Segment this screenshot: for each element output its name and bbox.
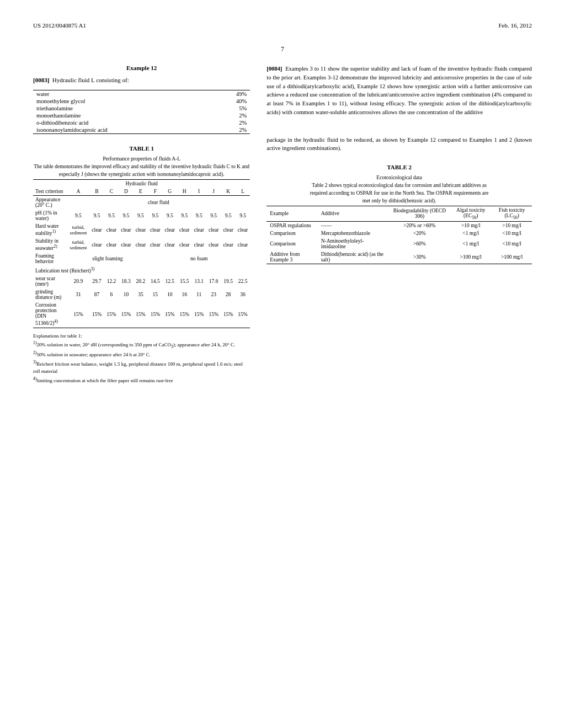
cell: 15%: [148, 301, 162, 328]
cell: clear: [206, 237, 221, 252]
col-fish: Fish toxicity (LC50): [492, 206, 532, 222]
cell: clear: [134, 222, 148, 237]
fish-cell: >10 mg/l: [492, 221, 532, 229]
additive-cell: Mercaptobenzothiazole: [318, 229, 390, 237]
cell: 35: [134, 288, 148, 301]
table1: Hydraulic fluid Test criterion A B C D E…: [33, 179, 250, 328]
table-row: OSPAR regulations —— >20% or >60% >10 mg…: [266, 221, 532, 229]
col-i: I: [191, 188, 206, 196]
cell: clear: [119, 237, 133, 252]
cell: 9.5: [148, 209, 162, 222]
cell: clear: [148, 222, 162, 237]
additive-cell: N-Aminoethyloleyl-imidazoline: [318, 237, 390, 250]
cell: 10: [119, 288, 133, 301]
cell: clear: [89, 237, 104, 252]
cell: 15%: [236, 301, 250, 328]
example-title: Example 12: [33, 65, 250, 71]
chemical-amount: 2%: [211, 119, 250, 126]
cell: 20.9: [67, 275, 90, 288]
cell: 13.1: [191, 275, 206, 288]
table1-title: TABLE 1: [33, 145, 250, 152]
table2-caption3: required according to OSPAR for use in t…: [266, 190, 532, 196]
cell: clear: [104, 222, 119, 237]
formula-row: isononanoylamidocaproic acid2%: [33, 126, 250, 134]
cell: 9.5: [89, 209, 104, 222]
table2-header-row: Example Additive Biodegradability (OECD …: [266, 206, 532, 222]
additive-cell: Dithiodi(benzoic acid) (as the salt): [318, 250, 390, 264]
cell: clear: [236, 222, 250, 237]
chemical-amount: 2%: [211, 126, 250, 134]
footnote-header: Explanations for table 1:: [33, 333, 250, 340]
cell: 15: [148, 288, 162, 301]
right-paragraph-text: Examples 3 to 11 show the superior stabi…: [266, 66, 532, 115]
cell: 10: [163, 288, 177, 301]
cell: 15%: [221, 301, 235, 328]
criterion-corrosion: Corrosion protection (DIN 51360/2)4): [33, 301, 67, 328]
cell: 15%: [206, 301, 221, 328]
cell: 9.5: [163, 209, 177, 222]
cell: 28: [221, 288, 235, 301]
col-f: F: [148, 188, 162, 196]
algal-cell: <1 mg/l: [450, 237, 492, 250]
cell: 9.5: [191, 209, 206, 222]
table-row: Stability in seawater2) turbid, sediment…: [33, 237, 250, 252]
chemical-name: o-dithiodibenzoic acid: [33, 119, 211, 126]
cell: 15.5: [177, 275, 191, 288]
cell: clear: [163, 237, 177, 252]
hydraulic-fluid-header: Hydraulic fluid: [33, 180, 250, 188]
cell: 17.6: [206, 275, 221, 288]
col-g: G: [163, 188, 177, 196]
col-k: K: [221, 188, 235, 196]
biodeg-cell: >20% or >60%: [389, 221, 450, 229]
cell: 12.2: [104, 275, 119, 288]
col-h: H: [177, 188, 191, 196]
algal-cell: >10 mg/l: [450, 221, 492, 229]
table1-caption2: The table demonstrates the improved effi…: [33, 164, 250, 169]
algal-cell: <1 mg/l: [450, 229, 492, 237]
cell: clear: [163, 222, 177, 237]
col-l: L: [236, 188, 250, 196]
table2-title: TABLE 2: [266, 164, 532, 170]
criterion-ph: pH (1% in water): [33, 209, 67, 222]
table2-caption4: met only by dithiodi(benzoic acid).: [266, 198, 532, 204]
cell: clear: [191, 222, 206, 237]
cell: 9.5: [67, 209, 90, 222]
main-content: Example 12 [0083] Hydraulic fluid L cons…: [33, 65, 532, 384]
biodeg-cell: <20%: [389, 229, 450, 237]
cell: 20.2: [134, 275, 148, 288]
foaming-right: no foam: [148, 252, 250, 265]
patent-date: Feb. 16, 2012: [499, 22, 532, 29]
page-header: US 2012/0040875 A1 Feb. 16, 2012: [33, 22, 532, 29]
example-cell: Comparison: [266, 229, 317, 237]
example-cell: Additive from Example 3: [266, 250, 317, 264]
fish-cell: <10 mg/l: [492, 237, 532, 250]
col-a: A: [67, 188, 90, 196]
fish-cell: >100 mg/l: [492, 250, 532, 264]
table1-caption1: Performance properties of fluids A-L: [33, 156, 250, 162]
formula-row: o-dithiodibenzoic acid2%: [33, 119, 250, 126]
page-number: 7: [33, 45, 532, 53]
left-column: Example 12 [0083] Hydraulic fluid L cons…: [33, 65, 250, 384]
criterion-appearance: Appearance (20° C.): [33, 196, 67, 210]
cell: 9.5: [119, 209, 133, 222]
algal-cell: >100 mg/l: [450, 250, 492, 264]
cell: 15%: [134, 301, 148, 328]
cell: clear: [148, 237, 162, 252]
footnote-3: 3)Reichert friction wear balance, weight…: [33, 359, 250, 376]
table-row: grinding distance (m) 31 87 6 10 35 15 1…: [33, 288, 250, 301]
col-additive: Additive: [318, 206, 390, 222]
criterion-seawater: Stability in seawater2): [33, 237, 67, 252]
cell: turbid, sediment: [67, 222, 90, 237]
right-column: [0084] Examples 3 to 11 show the superio…: [266, 65, 532, 384]
cell: turbid, sediment: [67, 237, 90, 252]
example-paragraph: [0083] Hydraulic fluid L consisting of:: [33, 77, 250, 83]
table1-col-headers: Test criterion A B C D E F G H I J K L: [33, 188, 250, 196]
cell: 18.3: [119, 275, 133, 288]
cell: 9.5: [104, 209, 119, 222]
additive-cell: ——: [318, 221, 390, 229]
cell: clear: [177, 222, 191, 237]
biodeg-cell: >30%: [389, 250, 450, 264]
right-paragraph2: package in the hydraulic fluid to be red…: [266, 136, 532, 153]
formula-row: triethanolamine5%: [33, 105, 250, 112]
col-j: J: [206, 188, 221, 196]
